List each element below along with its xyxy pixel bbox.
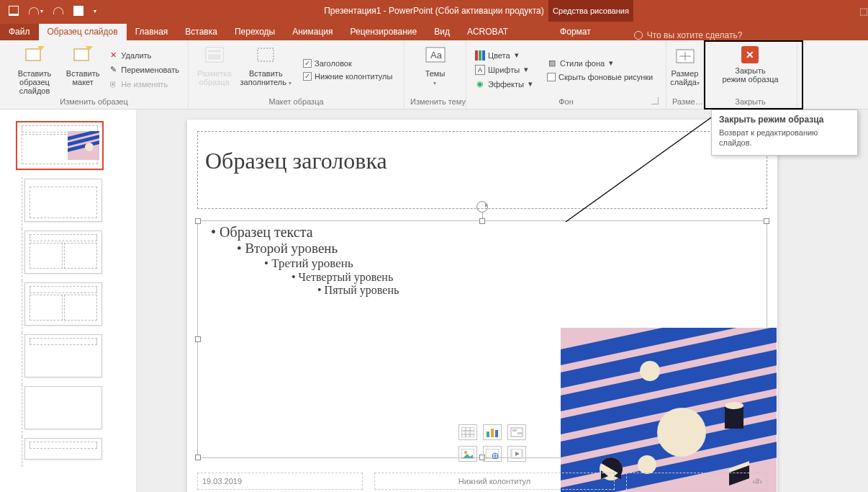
svg-rect-27 bbox=[495, 430, 498, 437]
dialog-launcher-icon[interactable] bbox=[651, 97, 659, 104]
resize-handle[interactable] bbox=[195, 218, 201, 224]
group-label-background: Фон bbox=[472, 96, 660, 107]
tab-transitions[interactable]: Переходы bbox=[226, 24, 284, 40]
tab-slide-master[interactable]: Образец слайдов bbox=[39, 24, 127, 40]
checkbox-icon bbox=[547, 73, 556, 81]
lightbulb-icon bbox=[634, 31, 643, 40]
thumbnail-layout[interactable] bbox=[0, 229, 136, 281]
slide-navigator[interactable] bbox=[0, 109, 137, 492]
insert-video-icon[interactable] bbox=[507, 446, 526, 462]
svg-point-32 bbox=[464, 451, 467, 454]
redo-icon[interactable] bbox=[53, 7, 63, 14]
rotate-handle-icon[interactable] bbox=[476, 201, 488, 213]
svg-rect-6 bbox=[208, 54, 221, 60]
svg-point-51 bbox=[725, 402, 743, 409]
footers-checkbox[interactable]: ✓Нижние колонтитулы bbox=[300, 71, 395, 82]
thumbnail-layout[interactable] bbox=[0, 177, 136, 229]
preserve-icon: ⛨ bbox=[108, 79, 118, 89]
footer-placeholders: 19.03.2019 Нижний колонтитул ‹#› bbox=[197, 473, 767, 490]
tab-format[interactable]: Формат bbox=[551, 24, 600, 40]
thumbnail-layout[interactable] bbox=[0, 385, 136, 437]
svg-rect-10 bbox=[475, 50, 478, 61]
svg-rect-0 bbox=[26, 49, 40, 61]
insert-smartart-icon[interactable] bbox=[507, 424, 526, 440]
title-checkbox[interactable]: ✓Заголовок bbox=[300, 58, 395, 69]
slide-editor[interactable]: Образец заголовка Образец текста Второй … bbox=[137, 109, 868, 492]
background-styles-button[interactable]: ▨Стили фона▾ bbox=[544, 57, 656, 70]
svg-point-47 bbox=[657, 408, 706, 457]
insert-online-picture-icon[interactable] bbox=[483, 446, 502, 462]
checkbox-icon: ✓ bbox=[303, 59, 312, 68]
tab-review[interactable]: Рецензирование bbox=[342, 24, 426, 40]
insert-layout-button[interactable]: Вставить макет bbox=[66, 43, 99, 96]
group-master-layout: Разметка образца Вставить заполнитель ▾ … bbox=[189, 40, 404, 109]
svg-rect-12 bbox=[482, 50, 485, 61]
image-placeholder[interactable] bbox=[561, 328, 777, 492]
tab-view[interactable]: Вид bbox=[425, 24, 458, 40]
save-icon[interactable] bbox=[9, 6, 19, 16]
svg-rect-7 bbox=[258, 48, 273, 61]
text-level-3: Третий уровень bbox=[264, 256, 759, 271]
tell-me-placeholder: Что вы хотите сделать? bbox=[647, 30, 743, 40]
resize-handle[interactable] bbox=[195, 455, 201, 460]
title-placeholder[interactable]: Образец заголовка bbox=[197, 131, 767, 209]
slide-canvas[interactable]: Образец заголовка Образец текста Второй … bbox=[187, 120, 777, 492]
effects-button[interactable]: ◉Эффекты▾ bbox=[472, 78, 535, 91]
delete-icon: ✕ bbox=[108, 50, 118, 61]
start-from-beginning-icon[interactable] bbox=[73, 6, 83, 16]
insert-placeholder-button[interactable]: Вставить заполнитель ▾ bbox=[238, 43, 295, 96]
rename-button[interactable]: ✎Переименовать bbox=[105, 63, 182, 76]
close-master-view-button[interactable]: ✕ Закрыть режим образца bbox=[719, 43, 781, 96]
resize-handle[interactable] bbox=[195, 336, 201, 342]
tell-me-search[interactable]: Что вы хотите сделать? bbox=[634, 30, 743, 40]
svg-rect-25 bbox=[487, 431, 489, 437]
window-controls[interactable]: ⬚ bbox=[859, 0, 868, 22]
insert-picture-icon[interactable] bbox=[458, 446, 477, 462]
thumbnail-layout[interactable] bbox=[0, 281, 136, 333]
tab-animation[interactable]: Анимация bbox=[284, 24, 341, 40]
content-placeholder[interactable]: Образец текста Второй уровень Третий уро… bbox=[197, 220, 767, 458]
thumbnail-layout[interactable] bbox=[0, 437, 136, 467]
date-placeholder[interactable]: 19.03.2019 bbox=[197, 473, 363, 490]
colors-button[interactable]: Цвета▾ bbox=[472, 49, 535, 62]
thumbnail-layout[interactable] bbox=[0, 333, 136, 385]
group-background: Цвета▾ AШрифты▾ ◉Эффекты▾ ▨Стили фона▾ С… bbox=[466, 40, 666, 109]
thumbnail-master[interactable] bbox=[0, 120, 136, 177]
footer-placeholder[interactable]: Нижний колонтитул bbox=[374, 473, 615, 490]
slide-size-button[interactable]: Размер слайда▾ bbox=[669, 43, 701, 96]
svg-text:Aa: Aa bbox=[430, 50, 443, 61]
tab-acrobat[interactable]: ACROBAT bbox=[458, 24, 517, 40]
slide-number-placeholder[interactable]: ‹#› bbox=[626, 473, 767, 490]
svg-rect-20 bbox=[461, 427, 474, 437]
qat-customize-icon[interactable]: ▾ bbox=[94, 8, 96, 14]
group-label-edit-theme: Изменить тему bbox=[410, 96, 460, 107]
insert-chart-icon[interactable] bbox=[483, 424, 502, 440]
insert-table-icon[interactable] bbox=[458, 424, 477, 440]
delete-button[interactable]: ✕Удалить bbox=[105, 49, 182, 62]
hide-background-checkbox[interactable]: Скрыть фоновые рисунки bbox=[544, 71, 656, 83]
group-label-edit-master: Изменить образец bbox=[6, 96, 182, 107]
fonts-icon: A bbox=[475, 65, 485, 75]
title-bar: ▾ ▾ Презентация1 - PowerPoint (Сбой акти… bbox=[0, 0, 868, 22]
tab-home[interactable]: Главная bbox=[127, 24, 177, 40]
undo-icon[interactable]: ▾ bbox=[29, 7, 43, 14]
group-label-size: Разме… bbox=[672, 96, 697, 107]
tab-insert[interactable]: Вставка bbox=[176, 24, 226, 40]
fonts-button[interactable]: AШрифты▾ bbox=[472, 63, 535, 76]
insert-slide-master-button[interactable]: Вставить образец слайдов bbox=[6, 43, 63, 96]
tab-file[interactable]: Файл bbox=[0, 24, 39, 40]
svg-point-49 bbox=[638, 455, 656, 474]
group-size: Размер слайда▾ Разме… bbox=[666, 40, 704, 109]
tooltip-title: Закрыть режим образца bbox=[719, 115, 850, 125]
resize-handle[interactable] bbox=[479, 218, 485, 224]
themes-button[interactable]: Aa Темы▾ bbox=[420, 43, 451, 96]
ribbon: Вставить образец слайдов Вставить макет … bbox=[0, 40, 868, 109]
svg-marker-38 bbox=[515, 452, 520, 456]
effects-icon: ◉ bbox=[475, 79, 485, 89]
tooltip-close-master: Закрыть режим образца Возврат к редактир… bbox=[711, 109, 858, 156]
background-icon: ▨ bbox=[547, 58, 557, 68]
text-level-1: Образец текста bbox=[211, 224, 759, 241]
ribbon-tabs: Файл Образец слайдов Главная Вставка Пер… bbox=[0, 22, 868, 40]
colors-icon bbox=[475, 50, 485, 61]
resize-handle[interactable] bbox=[764, 218, 769, 224]
